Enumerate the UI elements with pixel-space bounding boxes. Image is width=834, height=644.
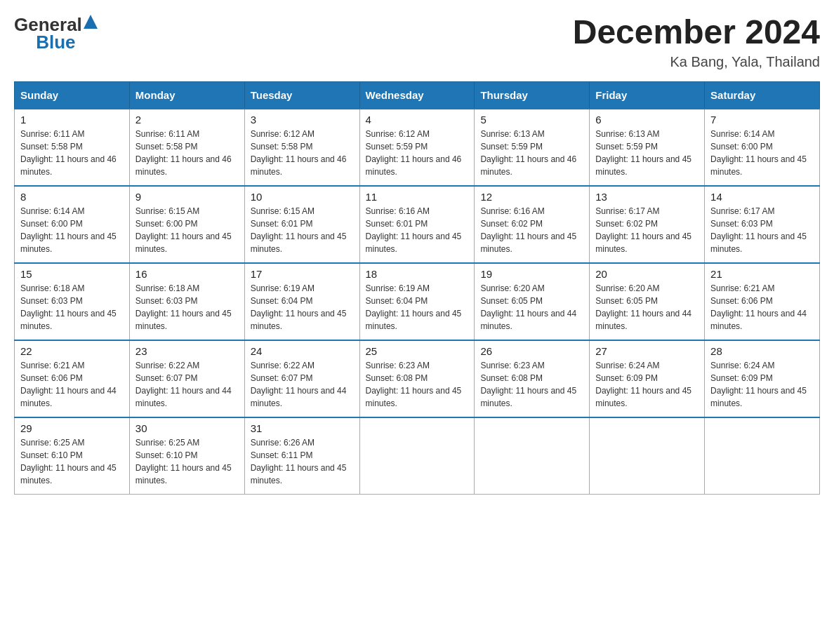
day-info: Sunrise: 6:14 AMSunset: 6:00 PMDaylight:… [20, 205, 124, 255]
calendar-cell: 13Sunrise: 6:17 AMSunset: 6:02 PMDayligh… [590, 186, 705, 263]
day-info: Sunrise: 6:16 AMSunset: 6:01 PMDaylight:… [366, 205, 469, 255]
day-number: 22 [20, 345, 124, 357]
day-info: Sunrise: 6:12 AMSunset: 5:58 PMDaylight:… [251, 128, 354, 178]
day-info: Sunrise: 6:12 AMSunset: 5:59 PMDaylight:… [366, 128, 469, 178]
calendar-cell: 12Sunrise: 6:16 AMSunset: 6:02 PMDayligh… [475, 186, 590, 263]
day-info: Sunrise: 6:11 AMSunset: 5:58 PMDaylight:… [20, 128, 124, 178]
day-info: Sunrise: 6:19 AMSunset: 6:04 PMDaylight:… [366, 282, 469, 333]
day-info: Sunrise: 6:25 AMSunset: 6:10 PMDaylight:… [135, 436, 239, 487]
calendar-cell: 26Sunrise: 6:23 AMSunset: 6:08 PMDayligh… [475, 340, 590, 417]
day-info: Sunrise: 6:24 AMSunset: 6:09 PMDaylight:… [710, 359, 814, 410]
page-header: General Blue December 2024 Ka Bang, Yala… [14, 14, 820, 70]
day-info: Sunrise: 6:22 AMSunset: 6:07 PMDaylight:… [135, 359, 239, 410]
logo-blue-text: Blue [36, 32, 75, 53]
day-info: Sunrise: 6:18 AMSunset: 6:03 PMDaylight:… [20, 282, 124, 333]
day-number: 18 [366, 268, 469, 280]
day-number: 26 [480, 345, 583, 357]
calendar-cell: 23Sunrise: 6:22 AMSunset: 6:07 PMDayligh… [129, 340, 244, 417]
day-info: Sunrise: 6:23 AMSunset: 6:08 PMDaylight:… [480, 359, 583, 410]
calendar-cell: 8Sunrise: 6:14 AMSunset: 6:00 PMDaylight… [15, 186, 130, 263]
calendar-cell: 9Sunrise: 6:15 AMSunset: 6:00 PMDaylight… [129, 186, 244, 263]
header-monday: Monday [129, 81, 244, 109]
day-number: 25 [366, 345, 469, 357]
day-number: 23 [135, 345, 239, 357]
day-info: Sunrise: 6:13 AMSunset: 5:59 PMDaylight:… [480, 128, 583, 178]
calendar-cell: 6Sunrise: 6:13 AMSunset: 5:59 PMDaylight… [590, 109, 705, 186]
svg-marker-0 [84, 15, 98, 29]
day-number: 14 [710, 191, 814, 203]
header-sunday: Sunday [15, 81, 130, 109]
calendar-cell: 20Sunrise: 6:20 AMSunset: 6:05 PMDayligh… [590, 263, 705, 340]
day-info: Sunrise: 6:21 AMSunset: 6:06 PMDaylight:… [710, 282, 814, 333]
day-info: Sunrise: 6:20 AMSunset: 6:05 PMDaylight:… [480, 282, 583, 333]
calendar-cell [590, 417, 705, 495]
calendar-week-2: 8Sunrise: 6:14 AMSunset: 6:00 PMDaylight… [15, 186, 820, 263]
calendar-cell: 4Sunrise: 6:12 AMSunset: 5:59 PMDaylight… [359, 109, 475, 186]
day-info: Sunrise: 6:20 AMSunset: 6:05 PMDaylight:… [595, 282, 699, 333]
calendar-cell: 1Sunrise: 6:11 AMSunset: 5:58 PMDaylight… [15, 109, 130, 186]
day-number: 2 [135, 114, 239, 126]
calendar-body: 1Sunrise: 6:11 AMSunset: 5:58 PMDaylight… [15, 109, 820, 495]
day-number: 16 [135, 268, 239, 280]
calendar-cell: 30Sunrise: 6:25 AMSunset: 6:10 PMDayligh… [129, 417, 244, 495]
day-info: Sunrise: 6:11 AMSunset: 5:58 PMDaylight:… [135, 128, 239, 178]
calendar-week-4: 22Sunrise: 6:21 AMSunset: 6:06 PMDayligh… [15, 340, 820, 417]
day-number: 19 [480, 268, 583, 280]
calendar-cell: 28Sunrise: 6:24 AMSunset: 6:09 PMDayligh… [705, 340, 820, 417]
day-number: 24 [251, 345, 354, 357]
calendar-cell: 22Sunrise: 6:21 AMSunset: 6:06 PMDayligh… [15, 340, 130, 417]
day-info: Sunrise: 6:21 AMSunset: 6:06 PMDaylight:… [20, 359, 124, 410]
day-number: 10 [251, 191, 354, 203]
calendar-cell: 11Sunrise: 6:16 AMSunset: 6:01 PMDayligh… [359, 186, 475, 263]
day-number: 12 [480, 191, 583, 203]
title-block: December 2024 Ka Bang, Yala, Thailand [573, 14, 820, 70]
logo: General Blue [14, 14, 98, 53]
day-number: 5 [480, 114, 583, 126]
header-wednesday: Wednesday [359, 81, 475, 109]
day-number: 21 [710, 268, 814, 280]
day-number: 9 [135, 191, 239, 203]
calendar-week-1: 1Sunrise: 6:11 AMSunset: 5:58 PMDaylight… [15, 109, 820, 186]
calendar-cell: 18Sunrise: 6:19 AMSunset: 6:04 PMDayligh… [359, 263, 475, 340]
day-number: 28 [710, 345, 814, 357]
calendar-cell: 2Sunrise: 6:11 AMSunset: 5:58 PMDaylight… [129, 109, 244, 186]
calendar-cell: 27Sunrise: 6:24 AMSunset: 6:09 PMDayligh… [590, 340, 705, 417]
day-number: 20 [595, 268, 699, 280]
calendar-cell: 14Sunrise: 6:17 AMSunset: 6:03 PMDayligh… [705, 186, 820, 263]
day-info: Sunrise: 6:15 AMSunset: 6:01 PMDaylight:… [251, 205, 354, 255]
header-thursday: Thursday [475, 81, 590, 109]
header-friday: Friday [590, 81, 705, 109]
day-number: 29 [20, 422, 124, 434]
calendar-cell: 21Sunrise: 6:21 AMSunset: 6:06 PMDayligh… [705, 263, 820, 340]
logo-icon: General Blue [14, 14, 98, 53]
day-number: 15 [20, 268, 124, 280]
day-info: Sunrise: 6:18 AMSunset: 6:03 PMDaylight:… [135, 282, 239, 333]
calendar-cell: 17Sunrise: 6:19 AMSunset: 6:04 PMDayligh… [244, 263, 359, 340]
month-title: December 2024 [573, 14, 820, 51]
calendar-cell: 19Sunrise: 6:20 AMSunset: 6:05 PMDayligh… [475, 263, 590, 340]
calendar-cell [359, 417, 475, 495]
day-number: 13 [595, 191, 699, 203]
day-number: 17 [251, 268, 354, 280]
calendar-header: SundayMondayTuesdayWednesdayThursdayFrid… [15, 81, 820, 109]
calendar-cell: 16Sunrise: 6:18 AMSunset: 6:03 PMDayligh… [129, 263, 244, 340]
day-number: 27 [595, 345, 699, 357]
calendar-cell: 5Sunrise: 6:13 AMSunset: 5:59 PMDaylight… [475, 109, 590, 186]
calendar-cell [475, 417, 590, 495]
day-info: Sunrise: 6:13 AMSunset: 5:59 PMDaylight:… [595, 128, 699, 178]
calendar-cell: 10Sunrise: 6:15 AMSunset: 6:01 PMDayligh… [244, 186, 359, 263]
calendar-week-5: 29Sunrise: 6:25 AMSunset: 6:10 PMDayligh… [15, 417, 820, 495]
day-number: 3 [251, 114, 354, 126]
calendar-week-3: 15Sunrise: 6:18 AMSunset: 6:03 PMDayligh… [15, 263, 820, 340]
day-info: Sunrise: 6:26 AMSunset: 6:11 PMDaylight:… [251, 436, 354, 487]
day-number: 30 [135, 422, 239, 434]
calendar-cell: 24Sunrise: 6:22 AMSunset: 6:07 PMDayligh… [244, 340, 359, 417]
day-info: Sunrise: 6:14 AMSunset: 6:00 PMDaylight:… [710, 128, 814, 178]
day-info: Sunrise: 6:24 AMSunset: 6:09 PMDaylight:… [595, 359, 699, 410]
day-info: Sunrise: 6:17 AMSunset: 6:03 PMDaylight:… [710, 205, 814, 255]
day-number: 6 [595, 114, 699, 126]
day-number: 8 [20, 191, 124, 203]
day-info: Sunrise: 6:22 AMSunset: 6:07 PMDaylight:… [251, 359, 354, 410]
header-saturday: Saturday [705, 81, 820, 109]
calendar-cell: 15Sunrise: 6:18 AMSunset: 6:03 PMDayligh… [15, 263, 130, 340]
